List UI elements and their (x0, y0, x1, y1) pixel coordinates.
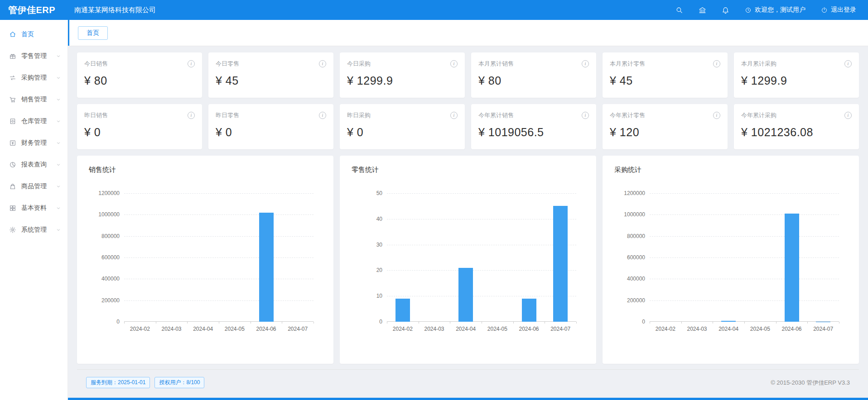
x-axis-tick (839, 322, 839, 324)
x-axis-category-label: 2024-04 (456, 326, 476, 332)
search-icon[interactable] (675, 6, 683, 14)
stat-card-label: 今年累计销售 (478, 111, 514, 119)
info-icon[interactable]: i (844, 112, 852, 119)
x-axis-tick (387, 322, 387, 324)
y-axis-tick-label: 600000 (88, 254, 120, 261)
chevron-down-icon (56, 162, 61, 167)
stat-card: 今年累计销售i¥ 1019056.5 (471, 104, 596, 149)
gridline (650, 193, 839, 194)
bar-2024-02[interactable] (395, 299, 410, 322)
y-axis-tick-label: 400000 (88, 276, 120, 282)
user-menu[interactable]: 欢迎您，测试用户 (745, 6, 805, 14)
chart-title: 采购统计 (614, 166, 847, 174)
gridline (124, 300, 313, 301)
sidebar-item-label: 基本资料 (21, 204, 47, 212)
x-axis-tick (807, 322, 808, 324)
stat-card-header: 今年累计采购i (741, 111, 852, 119)
y-axis-tick-label: 20 (351, 267, 382, 273)
stat-card-value: ¥ 0 (347, 126, 458, 139)
sidebar-item-retail[interactable]: 零售管理 (0, 45, 68, 67)
x-axis-tick (156, 322, 156, 324)
stat-card-header: 昨日采购i (347, 111, 458, 119)
stat-card-value: ¥ 1019056.5 (478, 126, 589, 139)
chevron-down-icon (56, 53, 61, 59)
y-axis-tick-label: 1200000 (88, 190, 120, 196)
sidebar-item-sales[interactable]: 销售管理 (0, 89, 68, 110)
info-icon[interactable]: i (188, 60, 195, 67)
stat-card-value: ¥ 0 (216, 126, 326, 139)
y-axis-tick-label: 0 (351, 319, 382, 325)
stat-card-label: 今日采购 (347, 60, 371, 68)
retail-icon (9, 52, 16, 60)
bar-2024-04[interactable] (721, 321, 736, 322)
bell-icon[interactable] (722, 6, 729, 14)
sidebar-item-warehouse[interactable]: 仓库管理 (0, 110, 68, 132)
bar-2024-06[interactable] (259, 213, 274, 322)
stat-card-header: 昨日销售i (84, 111, 195, 119)
bar-2024-04[interactable] (458, 268, 473, 322)
warehouse-icon (9, 118, 16, 125)
x-axis-category-label: 2024-07 (550, 326, 570, 332)
stat-card-header: 今日采购i (347, 60, 458, 68)
welcome-text: 欢迎您，测试用户 (755, 6, 805, 14)
y-axis-tick-label: 200000 (88, 297, 120, 304)
y-axis-tick-label: 0 (88, 319, 120, 325)
sidebar-item-basedata[interactable]: 基本资料 (0, 197, 68, 219)
sidebar-item-goods[interactable]: 商品管理 (0, 176, 68, 197)
chart-plot: 0200000400000600000800000100000012000002… (124, 193, 313, 322)
y-axis-tick-label: 1000000 (88, 211, 120, 218)
goods-icon (9, 183, 16, 190)
sidebar-item-home[interactable]: 首页 (0, 24, 68, 45)
stat-card-header: 本月累计销售i (478, 60, 589, 68)
sidebar-item-purchase[interactable]: 采购管理 (0, 67, 68, 89)
info-icon[interactable]: i (319, 60, 326, 67)
y-axis-tick-label: 40 (351, 216, 382, 222)
bank-icon[interactable] (699, 6, 706, 14)
stat-card-label: 昨日零售 (216, 111, 239, 119)
gridline (650, 236, 839, 237)
tab-bar-accent (68, 20, 69, 46)
info-icon[interactable]: i (582, 60, 589, 67)
bar-2024-06[interactable] (522, 299, 536, 322)
footer-badges: 服务到期：2025-01-01授权用户：8/100 (86, 377, 204, 388)
system-icon (9, 226, 16, 233)
sidebar-item-finance[interactable]: 财务管理 (0, 132, 68, 154)
bar-2024-07[interactable] (553, 206, 568, 322)
bar-2024-06[interactable] (785, 214, 799, 322)
info-icon[interactable]: i (319, 112, 326, 119)
x-axis-category-label: 2024-03 (424, 326, 444, 332)
info-icon[interactable]: i (713, 60, 720, 67)
sidebar-item-label: 系统管理 (21, 226, 47, 234)
x-axis-category-label: 2024-07 (288, 326, 308, 332)
gridline (387, 296, 576, 296)
stat-card: 今年累计零售i¥ 120 (603, 104, 728, 149)
stat-cards-grid: 今日销售i¥ 80今日零售i¥ 45今日采购i¥ 1299.9本月累计销售i¥ … (77, 52, 859, 149)
gridline (387, 245, 576, 245)
tab-home[interactable]: 首页 (78, 26, 108, 40)
stat-card-value: ¥ 0 (84, 126, 195, 139)
stat-card-value: ¥ 1299.9 (741, 74, 852, 87)
chart-title: 销售统计 (89, 166, 322, 174)
gridline (124, 214, 313, 215)
sidebar-item-system[interactable]: 系统管理 (0, 219, 68, 241)
info-icon[interactable]: i (188, 112, 195, 119)
info-icon[interactable]: i (450, 112, 458, 119)
x-axis-tick (513, 322, 514, 324)
stat-card-header: 今年累计零售i (610, 111, 720, 119)
stat-card-header: 今年累计销售i (478, 111, 589, 119)
chart-panel-2: 零售统计010203040502024-022024-032024-042024… (340, 156, 596, 364)
gridline (387, 193, 576, 194)
x-axis-tick (545, 322, 545, 324)
x-axis-category-label: 2024-03 (687, 326, 707, 332)
stat-card-label: 今年累计零售 (610, 111, 645, 119)
y-axis-tick-label: 30 (351, 242, 382, 248)
info-icon[interactable]: i (582, 112, 589, 119)
info-icon[interactable]: i (450, 60, 458, 67)
info-icon[interactable]: i (713, 112, 720, 119)
sidebar-item-report[interactable]: 报表查询 (0, 154, 68, 176)
logout-button[interactable]: 退出登录 (821, 6, 856, 14)
app-header: 管伊佳ERP 南通某某网络科技有限公司 欢迎您，测试用户 退出登录 (0, 0, 868, 20)
info-icon[interactable]: i (844, 60, 852, 67)
x-axis-category-label: 2024-06 (519, 326, 539, 332)
y-axis-tick-label: 1200000 (613, 190, 645, 196)
